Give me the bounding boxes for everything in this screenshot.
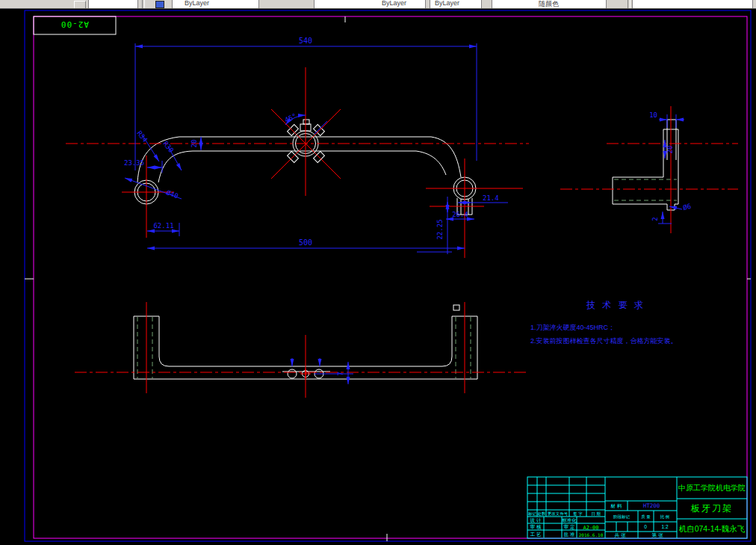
sig-design: 设 计 [530, 517, 542, 523]
dim-r34: R34 [135, 129, 149, 144]
keyway-top-small [303, 120, 309, 124]
color-swatch-icon [155, 1, 164, 8]
dim-22-25: 22.25 [436, 219, 444, 239]
side-view-geometry [613, 120, 678, 210]
plotstyle-combo[interactable]: 随颜色 [492, 0, 607, 9]
tech-req-title: 技 术 要 求 [586, 300, 645, 310]
properties-toolbar: ByLayer ByLayer ByLayer 随颜色 [0, 0, 756, 9]
stage-label: 阶段标记 [613, 514, 630, 520]
drawing-number: 机自074-14-魏永飞 [679, 524, 746, 533]
color-combo[interactable]: ByLayer [172, 0, 259, 9]
sheet-total: 共 张 [615, 532, 626, 538]
pin-hole-left [288, 369, 297, 378]
grip-square [453, 305, 459, 310]
weight-value: 0 [644, 524, 647, 529]
scale-label: 比 例 [660, 514, 670, 520]
tech-req-item-1: 1.刀架淬火硬度40-45HRC； [530, 324, 615, 331]
toolbar-separator [142, 0, 145, 8]
linetype-combo[interactable]: ByLayer [314, 0, 426, 9]
side-view-hidden-lines [614, 179, 677, 200]
extra-combo[interactable] [632, 0, 753, 9]
weight-label: 质 量 [641, 514, 651, 519]
sig-check: 审 核 [530, 524, 542, 529]
sig-standard: 标准化 [561, 517, 577, 523]
sheet-no: 第 张 [652, 532, 663, 538]
toolbar-button[interactable] [74, 1, 86, 9]
sheet-frame: A2-00 [25, 10, 751, 541]
cad-application-window: ByLayer ByLayer ByLayer 随颜色 [0, 0, 756, 545]
technical-requirements: 技 术 要 求 1.刀架淬火硬度40-45HRC； 2.安装前按图样检查各尺寸精… [530, 300, 678, 345]
dim-540: 540 [299, 37, 312, 45]
dim-d40: Ø40 [165, 188, 179, 200]
outer-frame [25, 10, 751, 541]
dim-2: 2 [651, 217, 659, 221]
dim-7: 7 [337, 372, 344, 375]
format-tag-label: A2-00 [61, 19, 89, 29]
rev-header-mark: 标记 [527, 511, 537, 517]
rev-header-docno: 更改文件号 [548, 511, 568, 516]
sig-process: 工 艺 [530, 532, 542, 537]
dim-10: 10 [649, 111, 657, 119]
dim-r30: R30 [161, 140, 175, 154]
plotstyle-combo-value: 随颜色 [539, 0, 559, 9]
date-value: 2016.6.10 [579, 532, 604, 538]
inner-frame [34, 16, 747, 538]
dim-21-4: 21.4 [483, 194, 499, 202]
format-no: A2-00 [583, 525, 598, 531]
dim-side-20: 20 [666, 146, 674, 154]
dim-d6: Ø6 [682, 203, 692, 212]
sig-approve: 批 准 [564, 532, 575, 538]
part-name: 板牙刀架 [690, 503, 733, 514]
scale-value: 1:2 [661, 524, 668, 529]
side-view-centerlines [560, 106, 738, 233]
title-block: 标记 处数 更改文件号 签 字 日 期 设 计 标准化 审 核 审 定 工 艺 … [527, 477, 747, 538]
rev-header-sign: 签 字 [573, 511, 583, 517]
dim-500: 500 [299, 238, 312, 247]
rev-header-count: 处数 [538, 511, 547, 517]
dim-45deg: 45° [284, 112, 298, 124]
school-name: 中原工学院机电学院 [678, 484, 746, 492]
linetype-combo-value: ByLayer [382, 0, 406, 7]
tech-req-item-2: 2.安装前按图样检查各尺寸精度，合格方能安装。 [530, 337, 678, 345]
material-label: 材 料 [610, 503, 622, 509]
dim-26-4: 26.4 [452, 211, 468, 218]
key-top-right [314, 125, 325, 136]
dim-62-11: 62.11 [153, 222, 173, 230]
lineweight-combo[interactable]: ByLayer [430, 0, 482, 9]
color-combo-value: ByLayer [185, 0, 209, 7]
material-value: HT200 [643, 502, 660, 509]
rev-header-date: 日 期 [591, 511, 601, 517]
front-view-dimensions: 540 500 62.11 23.35 20 R34 R30 Ø40 45° 2… [124, 37, 508, 254]
dim-23-35: 23.35 [124, 159, 144, 167]
dim-20: 20 [190, 140, 198, 148]
drawing-canvas[interactable]: A2-00 [0, 0, 756, 545]
bottom-view-hidden-lines [137, 317, 471, 378]
sig-review: 审 定 [564, 524, 575, 530]
layer-combo[interactable] [88, 0, 138, 9]
lineweight-combo-value: ByLayer [435, 0, 459, 7]
toolbar-separator [628, 0, 630, 8]
